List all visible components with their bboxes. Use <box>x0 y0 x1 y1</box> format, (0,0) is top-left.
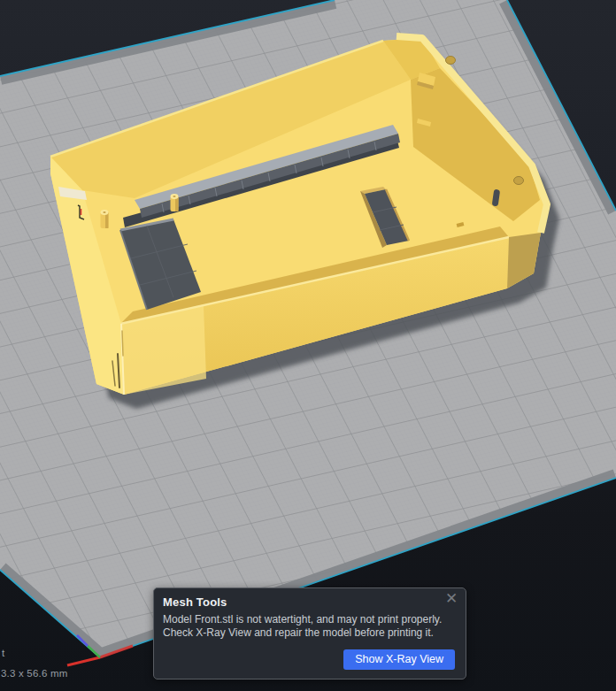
standoff-peg <box>171 194 179 211</box>
dialog-message-line1: Model Front.stl is not watertight, and m… <box>163 613 457 626</box>
dialog-title: Mesh Tools <box>163 595 457 609</box>
model-dimensions-label: 3.3 x 56.6 mm <box>1 668 67 679</box>
standoff-peg <box>101 210 109 228</box>
model-name-truncated: t <box>2 648 4 658</box>
screw-hole <box>446 57 456 65</box>
close-icon[interactable]: ✕ <box>443 590 460 608</box>
slicer-app-window: Mesh Tools ✕ Model Front.stl is not wate… <box>0 0 616 691</box>
x-axis-line <box>67 657 100 665</box>
mesh-tools-dialog: Mesh Tools ✕ Model Front.stl is not wate… <box>153 587 466 679</box>
dialog-message-line2: Check X-Ray View and repair the model be… <box>163 626 457 640</box>
screw-hole <box>514 177 524 185</box>
show-xray-view-button[interactable]: Show X-Ray View <box>343 649 455 670</box>
